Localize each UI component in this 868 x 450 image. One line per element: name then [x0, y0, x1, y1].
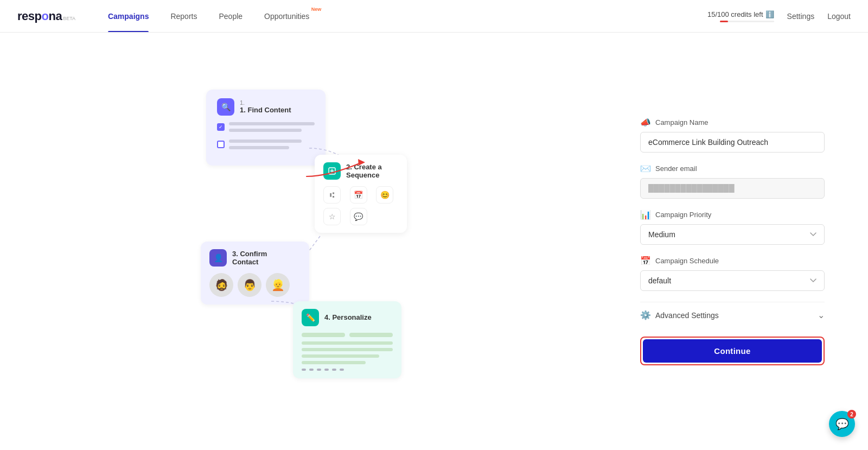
credits-bar — [720, 21, 774, 22]
find-content-icon-box: 🔍 — [217, 98, 234, 116]
avatar-2: 👨 — [238, 273, 261, 297]
credits-amount: 15/100 credits left — [707, 10, 763, 18]
find-content-lines-1 — [229, 122, 315, 135]
new-badge: New — [311, 7, 322, 12]
credits-info-icon[interactable]: ℹ️ — [765, 10, 774, 18]
seq-icon-share: ⑆ — [323, 186, 341, 204]
connector-2-3 — [320, 236, 331, 280]
campaign-schedule-select[interactable]: default custom — [640, 270, 825, 291]
personalize-lines — [302, 333, 393, 371]
card-personalize: ✏️ 4. Personalize — [293, 301, 401, 378]
checkbox-empty-2 — [217, 141, 225, 148]
gear-icon: ⚙️ — [640, 310, 651, 320]
card-find-content: 🔍 1. 1. Find Content ✓ — [206, 90, 326, 166]
campaign-priority-select[interactable]: Low Medium High — [640, 224, 825, 245]
seq-icon-chat: 💬 — [350, 208, 367, 225]
campaign-priority-group: 📊 Campaign Priority Low Medium High — [640, 210, 825, 245]
continue-button[interactable]: Continue — [643, 339, 822, 363]
chevron-down-icon: ⌄ — [818, 310, 825, 320]
find-content-row-2 — [217, 140, 315, 153]
contact-title-2: Contact — [232, 258, 267, 266]
campaign-icon: 📣 — [640, 117, 651, 128]
priority-icon: 📊 — [640, 210, 651, 220]
sender-email-label: ✉️ Sender email — [640, 163, 825, 174]
contact-icon-box: 👤 — [209, 249, 227, 267]
chat-icon: 💬 — [835, 417, 849, 430]
card-confirm-contact: 👤 3. Confirm Contact 🧔 👨 👱 — [201, 242, 309, 305]
find-content-title: 1. Find Content — [240, 106, 291, 114]
campaign-priority-label: 📊 Campaign Priority — [640, 210, 825, 220]
seq-icon-calendar: 📅 — [350, 186, 367, 204]
chat-badge: 2 — [847, 410, 856, 419]
campaign-name-label: 📣 Campaign Name — [640, 117, 825, 128]
illus-wrapper: 🔍 1. 1. Find Content ✓ — [195, 90, 423, 394]
seq-icon-face: 😊 — [376, 186, 393, 204]
navbar: respona BETA Campaigns Reports People Op… — [0, 0, 868, 33]
nav-campaigns[interactable]: Campaigns — [97, 0, 159, 32]
chat-bubble[interactable]: 💬 2 — [829, 411, 855, 437]
avatar-3: 👱 — [266, 273, 290, 297]
main-content: 🔍 1. 1. Find Content ✓ — [0, 33, 868, 450]
campaign-name-input[interactable] — [640, 132, 825, 153]
nav-logout-link[interactable]: Logout — [827, 12, 851, 21]
campaign-schedule-label: 📅 Campaign Schedule — [640, 256, 825, 266]
sender-email-group: ✉️ Sender email ████████████████ — [640, 163, 825, 199]
nav-reports[interactable]: Reports — [159, 0, 208, 32]
form-area: 📣 Campaign Name ✉️ Sender email ████████… — [618, 33, 868, 450]
credits-fill — [720, 21, 728, 22]
campaign-name-group: 📣 Campaign Name — [640, 117, 825, 153]
logo-beta: BETA — [63, 16, 75, 21]
card-contact-header: 👤 3. Confirm Contact — [209, 249, 301, 267]
sequence-icons-grid: ⑆ 📅 😊 ☆ 💬 — [323, 186, 398, 225]
advanced-settings-row[interactable]: ⚙️ Advanced Settings ⌄ — [640, 302, 825, 328]
logo[interactable]: respona BETA — [17, 9, 75, 23]
sender-email-select[interactable]: ████████████████ — [640, 178, 825, 199]
personalize-title: 4. Personalize — [324, 313, 372, 321]
advanced-settings-label: Advanced Settings — [655, 311, 719, 320]
card-personalize-header: ✏️ 4. Personalize — [302, 309, 393, 326]
nav-people[interactable]: People — [208, 0, 253, 32]
advanced-settings-left: ⚙️ Advanced Settings — [640, 310, 719, 320]
red-arrow — [301, 155, 372, 182]
nav-opportunities[interactable]: Opportunities New — [253, 0, 326, 32]
find-content-row-1: ✓ — [217, 122, 315, 135]
card-find-header: 🔍 1. 1. Find Content — [217, 98, 315, 116]
contact-title: 3. Confirm — [232, 250, 267, 258]
personalize-toolbar — [302, 369, 393, 371]
avatar-1: 🧔 — [209, 273, 233, 297]
illustration-area: 🔍 1. 1. Find Content ✓ — [0, 33, 618, 450]
email-icon: ✉️ — [640, 163, 651, 174]
seq-icon-star: ☆ — [323, 208, 341, 225]
avatars-row: 🧔 👨 👱 — [209, 273, 301, 297]
svg-marker-2 — [358, 159, 365, 166]
find-content-step: 1. — [240, 99, 291, 106]
nav-links: Campaigns Reports People Opportunities N… — [97, 0, 326, 32]
campaign-schedule-group: 📅 Campaign Schedule default custom — [640, 256, 825, 291]
nav-right: 15/100 credits left ℹ️ Settings Logout — [707, 10, 851, 22]
logo-text: respona — [17, 9, 62, 23]
continue-button-wrapper: Continue — [640, 337, 825, 365]
credits-section: 15/100 credits left ℹ️ — [707, 10, 774, 22]
checkbox-checked-1: ✓ — [217, 123, 225, 131]
personalize-icon-box: ✏️ — [302, 309, 319, 326]
find-content-lines-2 — [229, 140, 315, 153]
credits-text: 15/100 credits left ℹ️ — [707, 10, 774, 18]
nav-settings-link[interactable]: Settings — [787, 12, 815, 21]
schedule-icon: 📅 — [640, 256, 651, 266]
